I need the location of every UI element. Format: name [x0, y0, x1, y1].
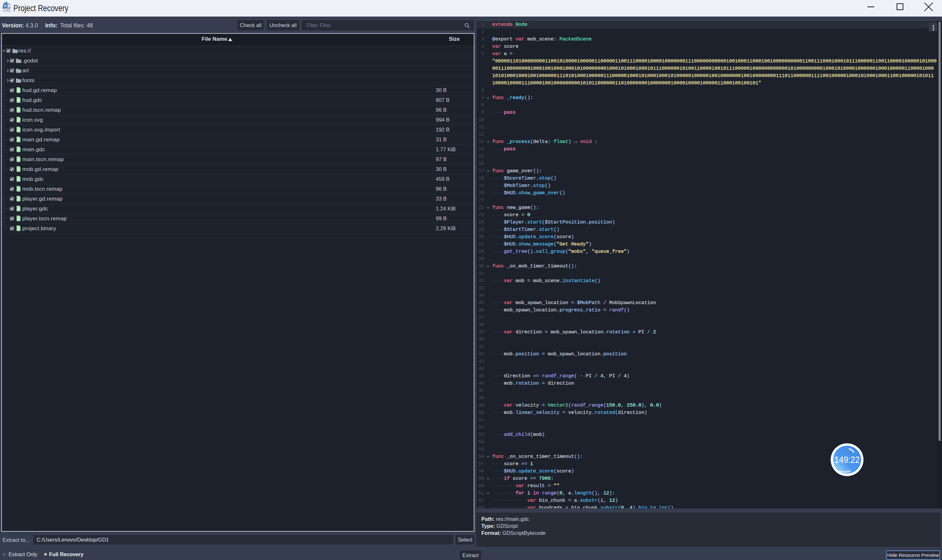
- svg-text:149:22: 149:22: [835, 454, 860, 465]
- svg-text:RE Tools: RE Tools: [3, 10, 11, 12]
